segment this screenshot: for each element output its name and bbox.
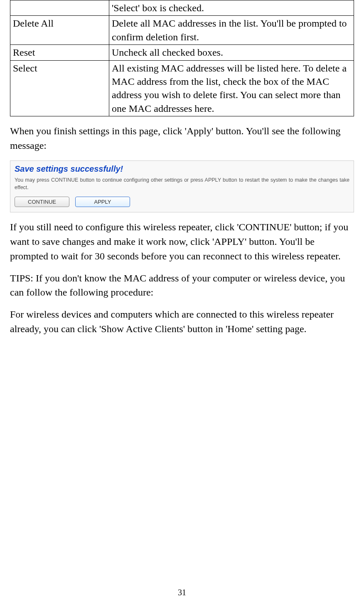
option-desc-cell: All existing MAC addresses will be liste… bbox=[109, 60, 354, 116]
paragraph-tips: TIPS: If you don't know the MAC address … bbox=[10, 271, 354, 300]
options-table: 'Select' box is checked. Delete All Dele… bbox=[10, 0, 354, 116]
paragraph-show-active-clients: For wireless devices and computers which… bbox=[10, 307, 354, 336]
table-row: 'Select' box is checked. bbox=[10, 0, 354, 16]
option-name-cell: Delete All bbox=[10, 16, 109, 45]
document-page: 'Select' box is checked. Delete All Dele… bbox=[0, 0, 364, 609]
option-name-cell bbox=[10, 0, 109, 16]
apply-button[interactable]: APPLY bbox=[75, 197, 130, 207]
paragraph-intro: When you finish settings in this page, c… bbox=[10, 124, 354, 153]
table-row: Select All existing MAC addresses will b… bbox=[10, 60, 354, 116]
panel-title: Save settings successfully! bbox=[15, 164, 349, 174]
panel-description: You may press CONTINUE button to continu… bbox=[15, 176, 349, 192]
option-name-cell: Reset bbox=[10, 45, 109, 60]
continue-button[interactable]: CONTINUE bbox=[15, 197, 69, 207]
option-desc-cell: Delete all MAC addresses in the list. Yo… bbox=[109, 16, 354, 45]
table-row: Reset Uncheck all checked boxes. bbox=[10, 45, 354, 60]
table-row: Delete All Delete all MAC addresses in t… bbox=[10, 16, 354, 45]
option-desc-cell: 'Select' box is checked. bbox=[109, 0, 354, 16]
panel-button-row: CONTINUE APPLY bbox=[15, 197, 349, 207]
paragraph-continue-apply: If you still need to configure this wire… bbox=[10, 220, 354, 263]
panel-inner: Save settings successfully! You may pres… bbox=[10, 161, 354, 212]
save-settings-panel: Save settings successfully! You may pres… bbox=[10, 160, 354, 213]
option-desc-cell: Uncheck all checked boxes. bbox=[109, 45, 354, 60]
option-name-cell: Select bbox=[10, 60, 109, 116]
page-number: 31 bbox=[0, 588, 364, 597]
